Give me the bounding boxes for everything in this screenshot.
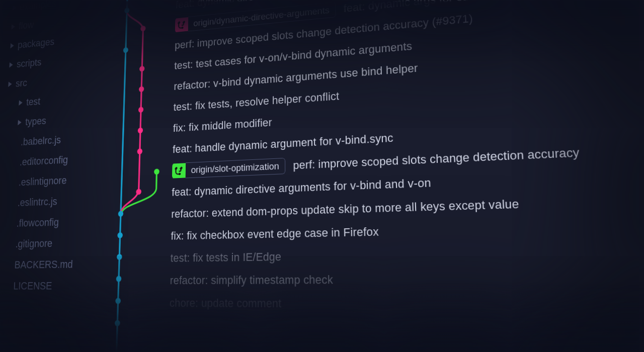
sidebar-item-label: src (15, 73, 28, 94)
svg-point-4 (118, 211, 124, 217)
sidebar-item-label: .eslintignore (18, 170, 67, 193)
sidebar-item-label: .gitignore (15, 233, 53, 254)
chevron-right-icon (19, 100, 23, 106)
chevron-right-icon (18, 120, 22, 125)
svg-point-7 (116, 276, 122, 282)
svg-point-5 (117, 232, 123, 238)
chevron-right-icon (9, 62, 13, 68)
svg-point-12 (139, 86, 144, 92)
sidebar-file[interactable]: .flowconfig (0, 210, 112, 234)
commit-message: test: fix tests in IE/Edge (170, 250, 281, 265)
sidebar-item-label: .eslintrc.js (17, 191, 57, 213)
chevron-right-icon (8, 81, 12, 87)
bottom-fade (0, 282, 644, 352)
svg-point-14 (138, 127, 143, 133)
branch-tag-label: origin/slot-optimization (186, 158, 286, 179)
git-branch-icon (172, 163, 186, 178)
sidebar-file[interactable]: BACKERS.md (0, 253, 111, 276)
svg-point-17 (154, 168, 159, 174)
svg-point-13 (138, 107, 144, 113)
svg-point-11 (139, 66, 144, 72)
svg-point-15 (137, 148, 143, 154)
sidebar-item-label: .babelrc.js (20, 130, 61, 152)
sidebar-item-label: .flowconfig (16, 212, 59, 234)
commit-message: fix: fix checkbox event edge case in Fir… (171, 225, 379, 242)
sidebar-item-label: test (26, 92, 41, 112)
svg-point-16 (136, 189, 141, 195)
sidebar-item-label: .editorconfig (19, 149, 68, 172)
sidebar-item-label: types (25, 111, 46, 132)
branch-tag[interactable]: origin/slot-optimization (172, 158, 285, 179)
commit-message: fix: fix middle modifier (173, 116, 272, 135)
top-fade (0, 0, 644, 60)
sidebar-file[interactable]: .gitignore (0, 231, 112, 255)
sidebar-item-label: BACKERS.md (14, 253, 73, 275)
svg-point-6 (117, 254, 122, 260)
